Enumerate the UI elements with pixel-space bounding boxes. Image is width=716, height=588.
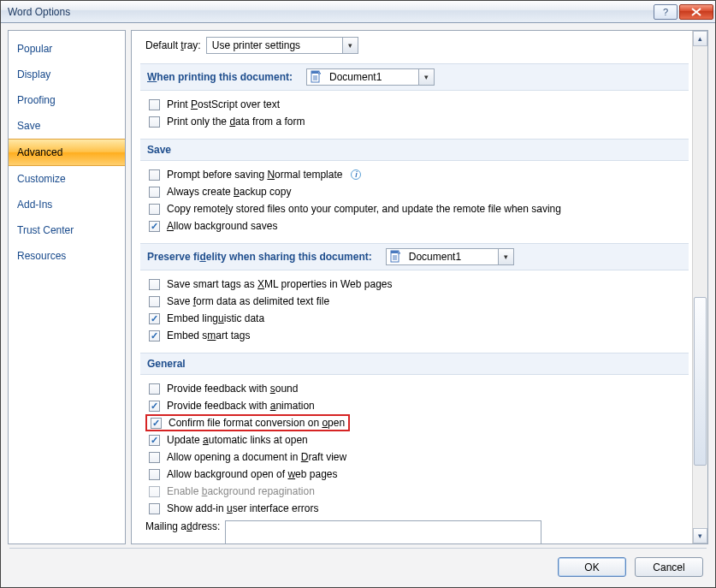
- section-heading: General: [147, 358, 186, 370]
- close-button[interactable]: [679, 4, 713, 20]
- highlight-box: Confirm file format conversion on open: [145, 414, 350, 431]
- checkbox[interactable]: [149, 221, 160, 232]
- checkbox-label: Print PostScript over text: [167, 98, 280, 111]
- checkbox[interactable]: [149, 330, 160, 342]
- chevron-down-icon: ▾: [418, 69, 434, 85]
- combo-value: Use printer settings: [207, 39, 342, 51]
- checkbox[interactable]: [149, 383, 160, 395]
- checkbox-label: Prompt before saving Normal template: [167, 168, 342, 181]
- sidebar-item-save[interactable]: Save: [9, 113, 125, 139]
- printing-options: Print PostScript over text Print only th…: [140, 96, 689, 130]
- sidebar-item-addins[interactable]: Add-Ins: [9, 192, 125, 217]
- mailing-address-label: Mailing address:: [145, 520, 220, 532]
- checkbox[interactable]: [149, 116, 160, 128]
- scroll-down-button[interactable]: ▾: [693, 528, 707, 543]
- scrollbar[interactable]: ▴ ▾: [692, 31, 707, 543]
- sidebar-label: Customize: [17, 173, 66, 185]
- checkbox-label: Save form data as delimited text file: [167, 294, 329, 308]
- section-heading: Preserve fidelity when sharing this docu…: [147, 251, 372, 263]
- checkbox-label: Update automatic links at open: [167, 433, 308, 447]
- checkbox-label: Copy remotely stored files onto your com…: [167, 202, 561, 216]
- opt-print-form-data[interactable]: Print only the data from a form: [149, 113, 689, 130]
- opt-update-auto-links[interactable]: Update automatic links at open: [149, 431, 689, 448]
- checkbox-label: Enable background repagination: [167, 484, 315, 498]
- default-tray-row: Default tray: Use printer settings ▾: [140, 36, 689, 55]
- ok-button[interactable]: OK: [558, 557, 626, 577]
- checkbox[interactable]: [149, 452, 160, 463]
- checkbox-label: Confirm file format conversion on open: [169, 416, 345, 430]
- checkbox[interactable]: [149, 313, 160, 324]
- checkbox[interactable]: [149, 187, 160, 198]
- scroll-thumb[interactable]: [694, 297, 707, 466]
- checkbox[interactable]: [149, 204, 160, 215]
- checkbox-label: Show add-in user interface errors: [167, 502, 318, 515]
- sidebar-label: Proofing: [17, 94, 56, 106]
- info-icon[interactable]: i: [351, 169, 361, 180]
- cancel-button[interactable]: Cancel: [635, 557, 703, 577]
- general-options: Provide feedback with sound Provide feed…: [140, 380, 689, 517]
- scroll-up-button[interactable]: ▴: [693, 31, 707, 46]
- opt-copy-remote[interactable]: Copy remotely stored files onto your com…: [149, 200, 689, 217]
- opt-prompt-normal[interactable]: Prompt before saving Normal template i: [149, 166, 689, 183]
- content: Default tray: Use printer settings ▾ Whe…: [132, 31, 692, 543]
- save-options: Prompt before saving Normal template i A…: [140, 166, 689, 235]
- scroll-track[interactable]: [693, 46, 707, 528]
- opt-backup-copy[interactable]: Always create backup copy: [149, 183, 689, 200]
- checkbox[interactable]: [151, 418, 162, 429]
- opt-feedback-sound[interactable]: Provide feedback with sound: [149, 380, 689, 397]
- sidebar-label: Resources: [17, 250, 66, 262]
- body-area: Popular Display Proofing Save Advanced C…: [1, 23, 715, 548]
- preserve-doc-combo[interactable]: Document1 ▾: [386, 248, 514, 265]
- checkbox[interactable]: [149, 296, 160, 307]
- sidebar-item-trust-center[interactable]: Trust Center: [9, 217, 125, 243]
- sidebar-item-proofing[interactable]: Proofing: [9, 87, 125, 113]
- sidebar-item-popular[interactable]: Popular: [9, 36, 125, 62]
- mailing-address-row: Mailing address:: [140, 520, 689, 543]
- combo-value: Document1: [324, 71, 418, 83]
- opt-bg-open-web[interactable]: Allow background open of web pages: [149, 466, 689, 483]
- checkbox-label: Always create backup copy: [167, 185, 291, 199]
- checkbox-label: Provide feedback with sound: [167, 382, 298, 395]
- help-button[interactable]: ?: [654, 4, 678, 20]
- opt-form-data-delim[interactable]: Save form data as delimited text file: [149, 293, 689, 310]
- opt-linguistic[interactable]: Embed linguistic data: [149, 310, 689, 327]
- default-tray-label: Default tray:: [145, 39, 201, 51]
- checkbox[interactable]: [149, 401, 160, 412]
- checkbox[interactable]: [149, 279, 160, 290]
- checkbox[interactable]: [149, 469, 160, 480]
- checkbox[interactable]: [149, 99, 160, 110]
- checkbox[interactable]: [149, 503, 160, 514]
- sidebar-label: Display: [17, 68, 50, 80]
- sidebar-item-advanced[interactable]: Advanced: [9, 139, 125, 166]
- checkbox-label: Embed smart tags: [167, 329, 250, 342]
- opt-smart-tags-xml[interactable]: Save smart tags as XML properties in Web…: [149, 276, 689, 293]
- opt-background-saves[interactable]: Allow background saves: [149, 217, 689, 235]
- section-general: General: [140, 353, 689, 375]
- preserve-options: Save smart tags as XML properties in Web…: [140, 276, 689, 344]
- sidebar-item-resources[interactable]: Resources: [9, 243, 125, 269]
- sidebar-item-customize[interactable]: Customize: [9, 166, 125, 192]
- section-save: Save: [140, 139, 689, 161]
- opt-confirm-format-conversion[interactable]: Confirm file format conversion on open: [149, 414, 689, 431]
- opt-feedback-animation[interactable]: Provide feedback with animation: [149, 397, 689, 414]
- sidebar-label: Add-Ins: [17, 199, 52, 211]
- word-options-window: Word Options ? Popular Display Proofing …: [0, 0, 716, 588]
- sidebar-label: Trust Center: [17, 224, 74, 236]
- close-icon: [691, 8, 701, 16]
- sidebar-item-display[interactable]: Display: [9, 62, 125, 87]
- checkbox[interactable]: [149, 435, 160, 446]
- mailing-address-input[interactable]: [225, 520, 541, 543]
- default-tray-combo[interactable]: Use printer settings ▾: [206, 37, 358, 54]
- checkbox-label: Allow opening a document in Draft view: [167, 450, 346, 464]
- chevron-down-icon: ▾: [498, 249, 513, 264]
- opt-embed-smart-tags[interactable]: Embed smart tags: [149, 327, 689, 344]
- printing-doc-combo[interactable]: Document1 ▾: [306, 68, 435, 86]
- opt-open-draft[interactable]: Allow opening a document in Draft view: [149, 448, 689, 466]
- checkbox[interactable]: [149, 169, 160, 181]
- sidebar: Popular Display Proofing Save Advanced C…: [8, 30, 126, 544]
- button-bar: OK Cancel: [1, 549, 715, 587]
- checkbox: [149, 486, 160, 497]
- opt-addin-ui-errors[interactable]: Show add-in user interface errors: [149, 500, 689, 517]
- opt-bg-repagination: Enable background repagination: [149, 483, 689, 500]
- opt-print-postscript[interactable]: Print PostScript over text: [149, 96, 689, 113]
